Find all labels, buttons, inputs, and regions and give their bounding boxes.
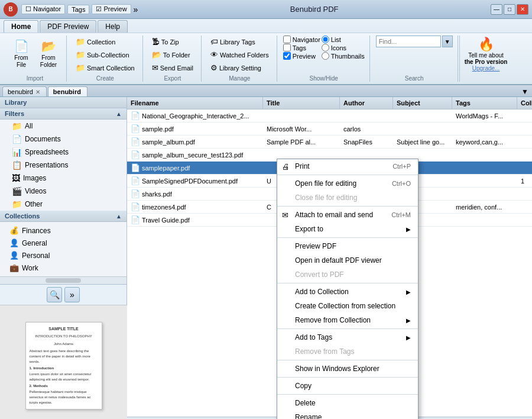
tabs-dropdown-arrow[interactable]: ▼ <box>520 87 530 96</box>
collections-toggle[interactable]: ▲ <box>116 213 122 220</box>
thumbnails-radio-input[interactable] <box>322 52 329 60</box>
sidebar-expand-button[interactable]: » <box>64 287 80 302</box>
preview-check-input[interactable] <box>283 52 291 60</box>
col-header-coll[interactable]: Colle <box>517 97 532 109</box>
list-radio-input[interactable] <box>322 36 329 43</box>
thumbnails-radio-label: Thumbnails <box>331 53 365 60</box>
title-bar-tools: ☐ Navigator Tags ☑ Preview » <box>21 4 138 14</box>
ctx-create-collection[interactable]: Create Collection from selection <box>277 299 418 313</box>
icons-radio-input[interactable] <box>322 44 329 51</box>
from-file-button[interactable]: 📄 FromFile <box>8 36 34 71</box>
ctx-add-collection[interactable]: Add to Collection ▶ <box>277 285 418 299</box>
file-row-filename: 📄SampleSignedPDFDocument.pdf <box>127 175 263 187</box>
ctx-delete[interactable]: Delete <box>277 396 418 410</box>
ribbon: Home PDF Preview Help 📄 FromFile 📂 FromF… <box>0 19 532 85</box>
filter-presentations-label: Presentations <box>25 161 68 169</box>
title-tool-tags[interactable]: Tags <box>67 5 89 14</box>
ctx-create-coll-label: Create Collection from selection <box>295 302 395 310</box>
ctx-show-explorer[interactable]: Show in Windows Explorer <box>277 362 418 376</box>
preview-checkbox[interactable]: Preview <box>283 52 320 60</box>
thumbnails-radio[interactable]: Thumbnails <box>322 52 365 60</box>
minimize-button[interactable]: — <box>491 4 502 15</box>
title-tool-navigator[interactable]: ☐ Navigator <box>21 4 65 14</box>
ctx-convert[interactable]: Convert to PDF <box>277 267 418 282</box>
ctx-print[interactable]: 🖨 Print Ctrl+P <box>277 159 418 173</box>
icons-radio[interactable]: Icons <box>322 44 365 51</box>
file-row-subject <box>393 127 452 131</box>
col-header-title[interactable]: Title <box>263 97 340 109</box>
col-header-author[interactable]: Author <box>340 97 393 109</box>
ctx-add-tags[interactable]: Add to Tags ▶ <box>277 330 418 344</box>
filter-documents[interactable]: 📄 Documents <box>0 133 126 146</box>
tags-checkbox[interactable]: Tags <box>283 44 320 51</box>
ctx-attach-email[interactable]: ✉ Attach to email and send Ctrl+M <box>277 208 418 222</box>
collection-general[interactable]: 👤 General <box>0 237 126 249</box>
to-folder-button[interactable]: 📂 To Folder <box>149 49 196 61</box>
ctx-close-edit[interactable]: Close file for editing <box>277 191 418 205</box>
file-row-tags: meridien, conf... <box>452 202 517 212</box>
tab-pdf-preview[interactable]: PDF Preview <box>40 20 96 33</box>
main-area: Library Filters ▲ 📁 All 📄 Documents 📊 Sp… <box>0 97 532 419</box>
ctx-remove-tags[interactable]: Remove from Tags <box>277 344 418 359</box>
filters-toggle[interactable]: ▲ <box>116 111 122 117</box>
navigator-check-input[interactable] <box>283 36 291 43</box>
col-header-tags[interactable]: Tags <box>452 97 517 109</box>
filter-images[interactable]: 🖼 Images <box>0 172 126 185</box>
ctx-sep-5 <box>277 328 418 329</box>
ctx-rename[interactable]: Rename <box>277 410 418 419</box>
tab-home[interactable]: Home <box>4 20 38 33</box>
collection-work[interactable]: 💼 Work <box>0 262 126 274</box>
sub-collection-button[interactable]: 📁 Sub-Collection <box>73 49 138 61</box>
from-folder-button[interactable]: 📂 FromFolder <box>35 36 61 71</box>
find-input[interactable] <box>376 36 441 47</box>
close-button[interactable]: ✕ <box>517 4 528 15</box>
tags-check-input[interactable] <box>283 44 291 51</box>
watched-folders-icon: 👁 <box>210 50 218 59</box>
filter-other[interactable]: 📁 Other <box>0 198 126 211</box>
filter-spreadsheets[interactable]: 📊 Spreadsheets <box>0 146 126 159</box>
table-row[interactable]: 📄sample.pdf Microsoft Wor... carlos <box>127 123 532 136</box>
ctx-remove-collection[interactable]: Remove from Collection ▶ <box>277 313 418 327</box>
col-header-subject[interactable]: Subject <box>393 97 452 109</box>
col-header-filename[interactable]: Filename <box>127 97 263 109</box>
ctx-copy[interactable]: Copy <box>277 379 418 393</box>
ctx-open-default[interactable]: Open in default PDF viewer <box>277 253 418 267</box>
sidebar-bottom: 🔍 » <box>0 284 126 305</box>
collection-button[interactable]: 📁 Collection <box>73 36 138 48</box>
ctx-print-label: Print <box>295 162 310 170</box>
doc-tab-1[interactable]: benubird <box>48 86 87 96</box>
send-email-button[interactable]: ✉ Send Email <box>149 62 196 74</box>
navigator-checkbox[interactable]: Navigator <box>283 36 320 43</box>
filter-presentations[interactable]: 📋 Presentations <box>0 159 126 172</box>
filter-all[interactable]: 📁 All <box>0 120 126 133</box>
ctx-add-tags-label: Add to Tags <box>295 333 332 341</box>
collection-finances[interactable]: 💰 Finances <box>0 224 126 237</box>
table-row[interactable]: 📄National_Geographic_Interactive_2... Wo… <box>127 109 532 123</box>
smart-collection-button[interactable]: 📁 Smart Collection <box>73 62 138 74</box>
sidebar-search-button[interactable]: 🔍 <box>47 287 62 302</box>
list-radio[interactable]: List <box>322 36 365 43</box>
ctx-email-shortcut: Ctrl+M <box>391 211 411 218</box>
title-tool-preview[interactable]: ☑ Preview <box>92 4 131 14</box>
tab-help[interactable]: Help <box>98 20 128 33</box>
upgrade-link[interactable]: Upgrade... <box>472 65 500 72</box>
filter-videos[interactable]: 🎬 Videos <box>0 185 126 198</box>
export-group-label: Export <box>164 75 181 82</box>
ctx-preview-pdf[interactable]: Preview PDF <box>277 239 418 253</box>
library-tags-button[interactable]: 🏷 Library Tags <box>207 36 272 48</box>
doc-tab-0-close[interactable]: ✕ <box>35 89 40 95</box>
find-dropdown-button[interactable]: ▼ <box>442 36 453 47</box>
ctx-export-to[interactable]: Export to ▶ <box>277 222 418 236</box>
ctx-open-edit[interactable]: Open file for editing Ctrl+O <box>277 176 418 191</box>
from-folder-icon: 📂 <box>40 38 57 54</box>
maximize-button[interactable]: □ <box>504 4 515 15</box>
doc-tab-0[interactable]: benubird ✕ <box>2 86 47 96</box>
file-row-coll <box>517 140 532 144</box>
library-setting-button[interactable]: ⚙ Library Setting <box>207 62 272 74</box>
collection-personal[interactable]: 👤 Personal <box>0 249 126 262</box>
file-row-coll <box>517 205 532 209</box>
to-zip-button[interactable]: 🗜 To Zip <box>149 36 196 48</box>
watched-folders-button[interactable]: 👁 Watched Folders <box>207 49 272 61</box>
find-area: ▼ <box>376 36 453 47</box>
table-row[interactable]: 📄sample_album.pdf Sample PDF al... SnapF… <box>127 136 532 149</box>
